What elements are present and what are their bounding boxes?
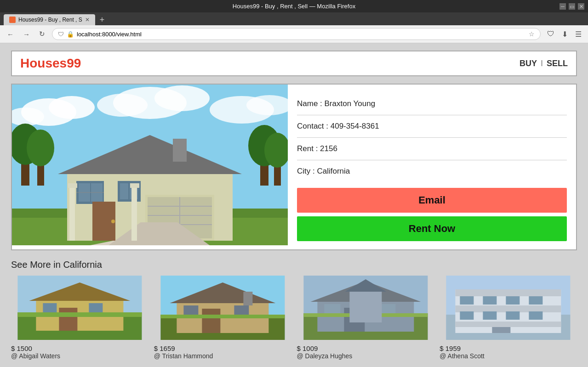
reload-button[interactable]: ↻: [37, 29, 47, 39]
buy-link[interactable]: BUY: [519, 59, 537, 68]
browser-titlebar: Houses99 - Buy , Rent , Sell — Mozilla F…: [0, 0, 588, 12]
main-house-image: [12, 85, 288, 245]
card-image-1: [11, 276, 148, 340]
browser-addressbar: ← → ↻ 🛡 🔒 ☆ 🛡 ⬇ ☰: [0, 25, 588, 43]
listing-container: Name : Braxton Young Contact : 409-354-8…: [11, 84, 577, 250]
svg-rect-21: [173, 139, 187, 162]
contact-detail: Contact : 409-354-8361: [297, 115, 567, 138]
svg-rect-73: [456, 289, 561, 296]
svg-rect-83: [529, 311, 543, 320]
svg-rect-79: [529, 296, 543, 305]
restore-button[interactable]: ▭: [569, 3, 575, 10]
svg-rect-77: [483, 296, 497, 305]
svg-rect-39: [69, 186, 75, 241]
svg-rect-76: [460, 296, 474, 305]
svg-point-12: [27, 130, 54, 166]
card-owner-1: @ Abigail Waters: [11, 352, 148, 360]
card-price-1: $ 1500: [11, 344, 148, 352]
new-tab-button[interactable]: +: [97, 15, 108, 25]
nav-divider: I: [541, 59, 543, 68]
svg-rect-59: [243, 292, 252, 305]
svg-rect-82: [506, 311, 520, 320]
property-card-4[interactable]: $ 1959 @ Athena Scott: [440, 276, 577, 360]
property-cards-grid: $ 1500 @ Abigail Waters: [11, 276, 577, 360]
tab-favicon: [9, 17, 16, 23]
svg-rect-40: [131, 186, 137, 241]
rent-detail: Rent : 2156: [297, 138, 567, 160]
svg-rect-55: [202, 309, 220, 333]
address-bar[interactable]: 🛡 🔒 ☆: [52, 28, 541, 40]
property-card-3[interactable]: $ 1009 @ Daleyza Hughes: [297, 276, 434, 360]
active-tab[interactable]: Houses99 - Buy , Rent , S ✕: [4, 14, 95, 25]
shield-icon: 🛡: [58, 31, 64, 38]
bookmark-icon[interactable]: ☆: [529, 30, 535, 38]
svg-point-5: [154, 85, 210, 111]
menu-icon[interactable]: ☰: [573, 29, 583, 40]
card-price-3: $ 1009: [297, 344, 434, 352]
site-logo[interactable]: Houses99: [20, 56, 81, 71]
see-more-title: See More in California: [11, 260, 577, 270]
card-owner-2: @ Tristan Hammond: [154, 352, 291, 360]
svg-rect-50: [17, 312, 142, 317]
svg-rect-41: [68, 183, 77, 188]
listing-image-section: [12, 85, 288, 249]
tab-label: Houses99 - Buy , Rent , S: [18, 17, 82, 23]
property-card-1[interactable]: $ 1500 @ Abigail Waters: [11, 276, 148, 360]
svg-rect-75: [456, 322, 561, 327]
svg-rect-33: [120, 183, 128, 199]
toolbar-icons: 🛡 ⬇ ☰: [545, 29, 583, 40]
svg-rect-80: [460, 311, 474, 320]
card-price-2: $ 1659: [154, 344, 291, 352]
svg-rect-42: [130, 183, 139, 188]
card-image-4: [440, 276, 577, 340]
extensions-icon[interactable]: 🛡: [545, 29, 556, 39]
svg-rect-47: [59, 308, 77, 331]
card-image-2: [154, 276, 291, 340]
header-nav: BUY I SELL: [519, 59, 568, 68]
svg-rect-78: [506, 296, 520, 305]
svg-point-2: [49, 96, 95, 119]
rent-now-button[interactable]: Rent Now: [297, 216, 567, 241]
back-button[interactable]: ←: [5, 29, 16, 39]
close-button[interactable]: ✕: [578, 3, 584, 10]
card-owner-3: @ Daleyza Hughes: [297, 352, 434, 360]
minimize-button[interactable]: ─: [559, 3, 566, 10]
city-detail: City : California: [297, 160, 567, 182]
page-content: Houses99 BUY I SELL: [0, 43, 588, 367]
svg-point-6: [97, 94, 148, 117]
svg-rect-58: [160, 315, 285, 318]
browser-tabbar: Houses99 - Buy , Rent , S ✕ +: [0, 12, 588, 25]
url-input[interactable]: [77, 31, 526, 38]
property-card-2[interactable]: $ 1659 @ Tristan Hammond: [154, 276, 291, 360]
card-price-4: $ 1959: [440, 344, 577, 352]
see-more-section: See More in California $ 1500: [11, 260, 577, 360]
svg-rect-81: [483, 311, 497, 320]
window-controls[interactable]: ─ ▭ ✕: [559, 3, 584, 10]
site-header: Houses99 BUY I SELL: [11, 51, 577, 76]
name-detail: Name : Braxton Young: [297, 93, 567, 115]
svg-rect-68: [349, 289, 382, 322]
svg-rect-84: [492, 327, 511, 333]
card-image-3: [297, 276, 434, 340]
email-button[interactable]: Email: [297, 188, 567, 213]
forward-button[interactable]: →: [21, 29, 32, 39]
listing-details: Name : Braxton Young Contact : 409-354-8…: [288, 85, 576, 249]
sell-link[interactable]: SELL: [547, 59, 568, 68]
svg-point-36: [111, 220, 115, 223]
svg-rect-74: [456, 305, 561, 312]
card-owner-4: @ Athena Scott: [440, 352, 577, 360]
lock-icon: 🔒: [67, 31, 74, 38]
download-icon[interactable]: ⬇: [560, 29, 570, 40]
browser-title: Houses99 - Buy , Rent , Sell — Mozilla F…: [233, 3, 355, 10]
tab-close-button[interactable]: ✕: [85, 17, 90, 23]
